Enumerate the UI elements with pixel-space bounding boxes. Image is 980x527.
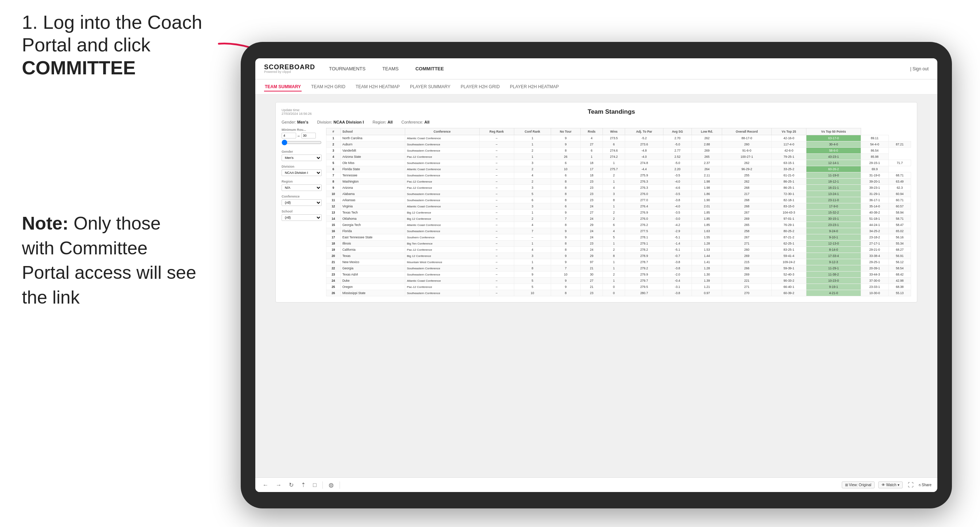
- table-cell: 4: [514, 172, 551, 179]
- gender-select[interactable]: Men's: [282, 154, 322, 161]
- sign-out-link[interactable]: | Sign out: [910, 66, 929, 71]
- table-cell: 18: [326, 241, 340, 247]
- table-row: 17East Tennessee StateSouthern Conferenc…: [326, 234, 911, 241]
- sub-nav-team-summary[interactable]: TEAM SUMMARY: [264, 83, 302, 92]
- conference-select[interactable]: (All): [282, 199, 322, 206]
- table-cell: 267: [722, 234, 772, 241]
- table-row: 15Georgia TechAtlantic Coast Conference–…: [326, 222, 911, 228]
- school-select[interactable]: (All): [282, 214, 322, 221]
- sub-nav-team-h2h-heatmap[interactable]: TEAM H2H HEATMAP: [355, 83, 401, 92]
- table-row: 18IllinoisBig Ten Conference–18231279.1-…: [326, 241, 911, 247]
- table-cell: 1.63: [692, 228, 722, 234]
- min-rounds-min-input[interactable]: [282, 133, 296, 138]
- watch-button[interactable]: 👁 Watch ▾: [878, 481, 903, 488]
- table-cell: 65.02: [888, 228, 911, 234]
- table-cell: 2: [603, 271, 625, 278]
- table-cell: 9: [514, 271, 551, 278]
- min-rounds-max-input[interactable]: [301, 133, 316, 138]
- table-cell: –: [479, 154, 514, 160]
- table-cell: 100-27-1: [722, 154, 772, 160]
- table-cell: 274.6: [603, 148, 625, 154]
- table-cell: 96-29-2: [722, 166, 772, 172]
- table-cell: 278.2: [625, 247, 663, 253]
- table-cell: 3: [514, 160, 551, 166]
- table-cell: 8: [551, 197, 580, 203]
- toolbar-bookmark[interactable]: □: [312, 481, 318, 489]
- table-cell: 24: [581, 216, 603, 222]
- table-cell: 268: [722, 197, 772, 203]
- table-cell: 33-44-3: [861, 271, 888, 278]
- table-cell: 12-14-1: [807, 160, 861, 166]
- table-row: 23Texas A&MSoutheastern Conference–91030…: [326, 271, 911, 278]
- table-cell: 0.97: [692, 290, 722, 296]
- table-cell: 1.21: [692, 284, 722, 290]
- table-cell: 275.9: [625, 172, 663, 179]
- table-cell: Southeastern Conference: [405, 290, 479, 296]
- toolbar-back[interactable]: ←: [261, 481, 270, 489]
- table-cell: 262: [722, 160, 772, 166]
- table-cell: –: [479, 185, 514, 191]
- table-cell: 2: [326, 141, 340, 148]
- table-cell: 43-23-1: [807, 154, 861, 160]
- table-cell: 270: [722, 290, 772, 296]
- conference-value: All: [425, 120, 430, 124]
- table-cell: 23: [581, 241, 603, 247]
- table-cell: 29-15-1: [861, 160, 888, 166]
- min-rounds-label: Minimum Rou...: [282, 128, 322, 132]
- table-cell: 7: [326, 172, 340, 179]
- table-cell: California: [340, 247, 405, 253]
- table-cell: 23-11-0: [807, 197, 861, 203]
- sub-nav-player-h2h-heatmap[interactable]: PLAYER H2H HEATMAP: [509, 83, 560, 92]
- table-cell: 276.4: [625, 203, 663, 210]
- table-cell: –: [479, 172, 514, 179]
- sub-nav-team-h2h-grid[interactable]: TEAM H2H GRID: [310, 83, 346, 92]
- table-cell: 68.71: [888, 172, 911, 179]
- table-cell: 1.28: [692, 265, 722, 271]
- division-select[interactable]: NCAA Division I: [282, 170, 322, 176]
- table-cell: 258: [722, 228, 772, 234]
- table-cell: 2: [603, 210, 625, 216]
- table-cell: 260: [722, 141, 772, 148]
- sidebar-filters: Minimum Rou... – Gender Men's: [282, 128, 322, 296]
- table-cell: 1.39: [692, 278, 722, 284]
- table-cell: 20-39-1: [861, 265, 888, 271]
- table-row: 22GeorgiaSoutheastern Conference–8721127…: [326, 265, 911, 271]
- table-cell: 10: [514, 290, 551, 296]
- sub-nav-player-summary[interactable]: PLAYER SUMMARY: [409, 83, 451, 92]
- table-cell: 279.7: [625, 278, 663, 284]
- toolbar-clock[interactable]: ◍: [327, 481, 335, 489]
- table-cell: 17: [581, 166, 603, 172]
- table-cell: 54-4-0: [861, 141, 888, 148]
- table-cell: Southeastern Conference: [405, 271, 479, 278]
- sub-nav-player-h2h-grid[interactable]: PLAYER H2H GRID: [460, 83, 500, 92]
- table-cell: 274.8: [625, 160, 663, 166]
- min-rounds-slider[interactable]: [282, 140, 322, 145]
- nav-committee[interactable]: COMMITTEE: [412, 65, 447, 73]
- table-cell: Big 12 Conference: [405, 210, 479, 216]
- toolbar-refresh[interactable]: ↻: [287, 481, 295, 489]
- table-cell: Georgia Tech: [340, 222, 405, 228]
- table-row: 11ArkansasSoutheastern Conference–682382…: [326, 197, 911, 203]
- table-cell: 2.01: [692, 203, 722, 210]
- view-original-button[interactable]: ⊞ View: Original: [842, 481, 875, 488]
- table-cell: 1: [603, 265, 625, 271]
- nav-teams[interactable]: TEAMS: [379, 65, 402, 73]
- table-cell: Southeastern Conference: [405, 191, 479, 197]
- table-cell: 14: [326, 216, 340, 222]
- share-button[interactable]: ⎋ Share: [919, 483, 931, 487]
- region-select[interactable]: N/A: [282, 184, 322, 191]
- table-cell: 30-15-1: [807, 216, 861, 222]
- toolbar-expand[interactable]: ⛶: [906, 481, 915, 489]
- table-cell: Vanderbilt: [340, 148, 405, 154]
- table-cell: Southeastern Conference: [405, 265, 479, 271]
- toolbar-forward[interactable]: →: [274, 481, 283, 489]
- table-cell: 7: [514, 228, 551, 234]
- table-cell: –: [479, 271, 514, 278]
- table-cell: 1.85: [692, 222, 722, 228]
- table-cell: 1.86: [692, 191, 722, 197]
- table-row: 10AlabamaSoutheastern Conference–5823327…: [326, 191, 911, 197]
- nav-tournaments[interactable]: TOURNAMENTS: [326, 65, 368, 73]
- toolbar-share-small[interactable]: ⇡: [299, 481, 307, 489]
- table-cell: -3.8: [663, 265, 692, 271]
- table-cell: 25: [326, 284, 340, 290]
